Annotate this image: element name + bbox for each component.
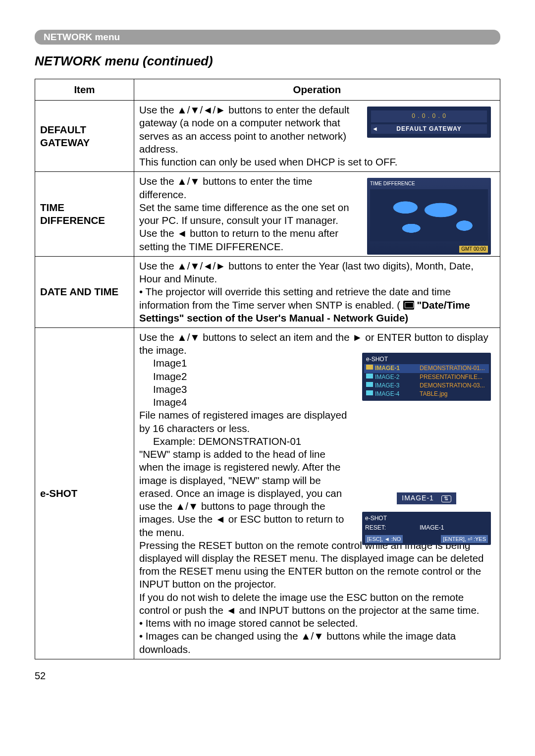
eshot-mid2: "NEW" stamp is added to the head of line… xyxy=(139,448,344,538)
eshot-thumb3-title: e-SHOT xyxy=(365,514,488,523)
eshot-thumb2-label: IMAGE-1 xyxy=(402,494,434,502)
item-time-difference: TIME DIFFERENCE xyxy=(35,172,134,256)
row-eshot: e-SHOT Use the ▲/▼ buttons to select an … xyxy=(35,327,500,659)
eshot-thumb1-title: e-SHOT xyxy=(364,355,489,364)
eshot-list-thumbnail: e-SHOT IMAGE-1DEMONSTRATION-01... IMAGE-… xyxy=(362,353,491,401)
eshot-bullet3: • Images can be changed using the ▲/▼ bu… xyxy=(139,630,456,654)
eshot-mid1: File names of registered images are disp… xyxy=(139,409,347,433)
header-bar: NETWORK menu xyxy=(35,30,500,45)
eshot-img4: Image4 xyxy=(139,396,187,408)
page-number: 52 xyxy=(35,670,500,682)
eshot-reset-no: [ESC], ◄ :NO xyxy=(365,535,403,543)
eshot-img1: Image1 xyxy=(139,357,187,369)
section-title: NETWORK menu (continued) xyxy=(35,54,500,69)
gateway-thumbnail: 0 . 0 . 0 . 0 DEFAULT GATEWAY xyxy=(367,107,491,138)
item-date-and-time: DATE AND TIME xyxy=(35,256,134,327)
eshot-img2: Image2 xyxy=(139,371,187,382)
row-date-and-time: DATE AND TIME Use the ▲/▼/◄/► buttons to… xyxy=(35,256,500,327)
gateway-op-2: This function can only be used when DHCP… xyxy=(139,156,495,168)
time-op: Use the ▲/▼ buttons to enter the time di… xyxy=(139,175,352,253)
page-updown-icon: ⇅ xyxy=(441,495,451,502)
eshot-bot1: Pressing the RESET button on the remote … xyxy=(139,540,484,590)
eshot-bullet2: • Items with no image stored cannot be s… xyxy=(139,617,358,629)
image-icon xyxy=(366,365,373,370)
network-menu-table: Item Operation DEFAULT GATEWAY Use the ▲… xyxy=(35,79,500,659)
world-map-icon xyxy=(370,189,488,241)
eshot-img3: Image3 xyxy=(139,383,187,395)
eshot-reset-thumbnail: e-SHOT RESET:IMAGE-1 [ESC], ◄ :NO [ENTER… xyxy=(362,512,491,545)
image-icon xyxy=(366,390,373,395)
eshot-op-top1: Use the ▲/▼ buttons to select an item an… xyxy=(139,331,488,356)
item-default-gateway: DEFAULT GATEWAY xyxy=(35,101,134,172)
gateway-thumb-label: DEFAULT GATEWAY xyxy=(371,124,487,134)
row-time-difference: TIME DIFFERENCE Use the ▲/▼ buttons to e… xyxy=(35,172,500,256)
time-thumb-title: TIME DIFFERENCE xyxy=(370,181,488,187)
image-icon xyxy=(366,382,373,387)
time-thumbnail: TIME DIFFERENCE GMT 00:00 xyxy=(367,178,491,255)
header-menu-label: NETWORK menu xyxy=(44,32,120,42)
datetime-op-1: Use the ▲/▼/◄/► buttons to enter the Yea… xyxy=(139,260,474,284)
item-eshot: e-SHOT xyxy=(35,327,134,659)
eshot-page-thumbnail: IMAGE-1 ⇅ xyxy=(362,489,491,507)
image-icon xyxy=(366,374,373,378)
gateway-op-1: Use the ▲/▼/◄/► buttons to enter the def… xyxy=(139,104,367,156)
row-default-gateway: DEFAULT GATEWAY Use the ▲/▼/◄/► buttons … xyxy=(35,101,500,172)
col-item-header: Item xyxy=(35,79,134,101)
eshot-example: Example: DEMONSTRATION-01 xyxy=(139,435,301,447)
eshot-reset-yes: [ENTER], ⏎ :YES xyxy=(441,535,488,543)
book-icon xyxy=(403,301,414,310)
col-operation-header: Operation xyxy=(134,79,500,101)
eshot-bot2: If you do not wish to delete the image u… xyxy=(139,592,480,616)
gateway-thumb-field: 0 . 0 . 0 . 0 xyxy=(412,112,446,119)
time-thumb-gmt: GMT 00:00 xyxy=(459,246,488,253)
